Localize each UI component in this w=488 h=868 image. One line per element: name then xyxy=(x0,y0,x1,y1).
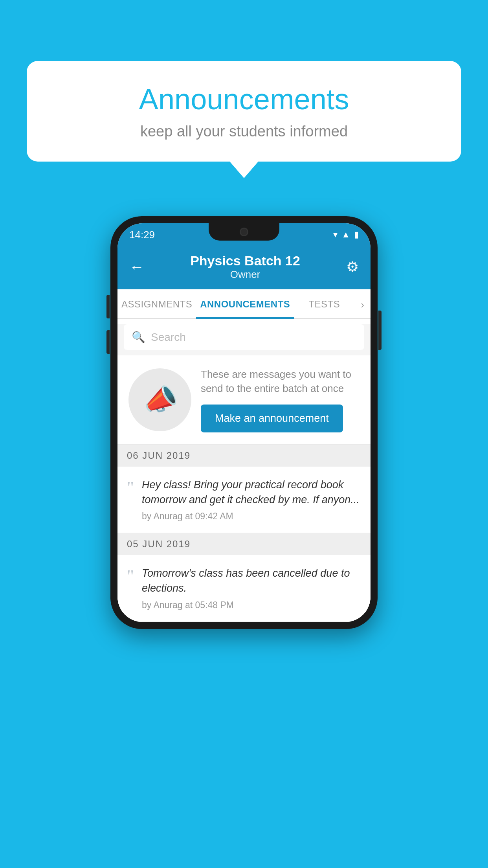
speech-bubble-subtitle: keep all your students informed xyxy=(50,123,438,140)
tab-announcements[interactable]: ANNOUNCEMENTS xyxy=(196,289,294,318)
battery-icon: ▮ xyxy=(354,230,359,240)
power-button xyxy=(378,311,382,350)
volume-up-button xyxy=(106,295,110,318)
announcement-meta-1: by Anurag at 09:42 AM xyxy=(142,511,361,522)
speech-bubble-title: Announcements xyxy=(50,83,438,116)
header-subtitle: Owner xyxy=(190,268,300,281)
announcement-content-1: Hey class! Bring your practical record b… xyxy=(142,478,361,522)
announcement-item-2[interactable]: " Tomorrow's class has been cancelled du… xyxy=(117,555,371,622)
announcement-item-1[interactable]: " Hey class! Bring your practical record… xyxy=(117,467,371,533)
phone-outer: 14:29 ▾ ▲ ▮ ← Physics Batch 12 Owner ⚙ xyxy=(110,216,378,629)
wifi-icon: ▾ xyxy=(333,230,338,240)
phone-mockup: 14:29 ▾ ▲ ▮ ← Physics Batch 12 Owner ⚙ xyxy=(110,216,378,629)
quote-icon-2: " xyxy=(127,568,134,585)
header-center: Physics Batch 12 Owner xyxy=(190,253,300,281)
promo-description: These are messages you want to send to t… xyxy=(201,367,360,396)
settings-button[interactable]: ⚙ xyxy=(346,259,359,275)
date-separator-2: 05 JUN 2019 xyxy=(117,533,371,555)
header-title: Physics Batch 12 xyxy=(190,253,300,268)
promo-card: 📣 These are messages you want to send to… xyxy=(117,355,371,445)
date-separator-1: 06 JUN 2019 xyxy=(117,445,371,467)
megaphone-icon: 📣 xyxy=(140,381,180,419)
announcement-content-2: Tomorrow's class has been cancelled due … xyxy=(142,566,361,611)
back-button[interactable]: ← xyxy=(129,259,144,276)
phone-camera xyxy=(240,228,248,236)
speech-bubble: Announcements keep all your students inf… xyxy=(27,61,461,162)
tabs-more-button[interactable]: › xyxy=(354,289,371,318)
phone-screen: 14:29 ▾ ▲ ▮ ← Physics Batch 12 Owner ⚙ xyxy=(117,223,371,622)
announcement-text-1: Hey class! Bring your practical record b… xyxy=(142,478,361,508)
make-announcement-button[interactable]: Make an announcement xyxy=(201,405,343,432)
status-icons: ▾ ▲ ▮ xyxy=(333,230,359,240)
tabs-container: ASSIGNMENTS ANNOUNCEMENTS TESTS › xyxy=(117,289,371,319)
search-bar[interactable]: 🔍 Search xyxy=(124,324,364,350)
phone-notch xyxy=(209,223,279,241)
search-placeholder: Search xyxy=(151,331,186,344)
tab-assignments[interactable]: ASSIGNMENTS xyxy=(117,289,196,318)
search-icon: 🔍 xyxy=(132,331,145,344)
signal-icon: ▲ xyxy=(341,230,350,240)
volume-down-button xyxy=(106,330,110,354)
announcement-text-2: Tomorrow's class has been cancelled due … xyxy=(142,566,361,596)
app-header: ← Physics Batch 12 Owner ⚙ xyxy=(117,246,371,289)
promo-text-area: These are messages you want to send to t… xyxy=(201,367,360,432)
status-time: 14:29 xyxy=(129,229,155,241)
tab-tests[interactable]: TESTS xyxy=(294,289,354,318)
quote-icon-1: " xyxy=(127,479,134,497)
speech-bubble-container: Announcements keep all your students inf… xyxy=(27,61,461,162)
promo-icon-circle: 📣 xyxy=(128,368,191,431)
content-area: 🔍 Search 📣 These are messages you want t… xyxy=(117,324,371,622)
announcement-meta-2: by Anurag at 05:48 PM xyxy=(142,600,361,611)
